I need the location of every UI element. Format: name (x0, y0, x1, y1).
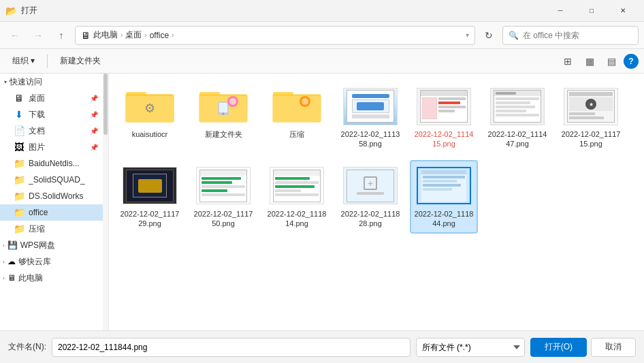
file-name-447: 2022-12-02_111447.png (487, 129, 547, 149)
file-name-415: 2022-12-02_111415.png (414, 129, 474, 149)
svg-point-11 (223, 113, 225, 115)
sidebar-kuaiman-header[interactable]: › ☁ 够快云库 (0, 253, 103, 270)
toolbar-right: ⊞ ▦ ▤ ? (558, 52, 639, 71)
pc-icon: 🖥 (7, 273, 16, 283)
title-bar-text: 打开 (21, 5, 545, 16)
back-button[interactable]: ← (5, 26, 25, 45)
toolbar: 组织 ▾ 新建文件夹 ⊞ ▦ ▤ ? (0, 49, 644, 74)
sidebar-item-baidu-label: BaiduNetdis... (29, 159, 98, 168)
sidebar-scroll: ▾ 快速访问 🖥 桌面 📌 ⬇ 下载 📌 📄 文档 📌 🖼 图片 (0, 74, 103, 330)
new-folder-button[interactable]: 新建文件夹 (53, 52, 108, 71)
wps-icon: 💾 (7, 240, 18, 250)
list-item[interactable]: 2022-12-02_111729.png (116, 160, 184, 234)
list-item[interactable]: + 2022-12-02_111828.png (336, 160, 404, 234)
sidebar-wps-header[interactable]: › 💾 WPS网盘 (0, 237, 103, 253)
chevron-right-icon-2: › (3, 259, 5, 265)
file-area: ⚙ kuaisutiocr (109, 74, 644, 330)
cancel-button[interactable]: 取消 (591, 338, 636, 357)
pin-icon-4: 📌 (90, 144, 98, 151)
sidebar: ▾ 快速访问 🖥 桌面 📌 ⬇ 下载 📌 📄 文档 📌 🖼 图片 (0, 74, 109, 330)
filename-label: 文件名(N): (8, 341, 46, 353)
maximize-button[interactable]: □ (576, 0, 607, 22)
file-name: kuaisutiocr (132, 129, 168, 139)
filename-input[interactable] (52, 338, 410, 357)
office-icon: 📁 (14, 207, 25, 218)
view-pane-button[interactable]: ▤ (602, 52, 621, 71)
sidebar-item-desktop[interactable]: 🖥 桌面 📌 (0, 90, 103, 106)
title-bar-controls: ─ □ ✕ (545, 0, 639, 22)
pc-label: 此电脑 (18, 272, 43, 284)
sidebar-scrollbar (103, 74, 103, 330)
desktop-icon: 🖥 (14, 93, 25, 104)
list-item[interactable]: 压缩 (263, 80, 331, 155)
sidebar-item-solidsquad[interactable]: 📁 _SolidSQUAD_ (0, 172, 103, 188)
pin-icon-2: 📌 (90, 111, 98, 119)
up-button[interactable]: ↑ (52, 26, 71, 45)
view-large-button[interactable]: ⊞ (558, 52, 577, 71)
sidebar-item-solidsquad-label: _SolidSQUAD_ (29, 175, 98, 185)
breadcrumb-office: office (150, 31, 169, 40)
help-button[interactable]: ? (624, 54, 639, 69)
app-icon: 📂 (5, 5, 17, 16)
list-item[interactable]: ★ 2022-12-02_111715.png (557, 80, 625, 155)
sidebar-item-compress[interactable]: 📁 压缩 (0, 221, 103, 237)
file-grid: ⚙ kuaisutiocr (116, 80, 637, 234)
file-name-3: 压缩 (289, 129, 304, 139)
sidebar-quick-access-header[interactable]: ▾ 快速访问 (0, 74, 103, 90)
file-name-729: 2022-12-02_111729.png (120, 209, 180, 229)
png-thumb-750 (196, 165, 251, 206)
file-name-715: 2022-12-02_111715.png (561, 129, 621, 149)
list-item[interactable]: 新建文件夹 (189, 80, 257, 155)
list-item[interactable]: 2022-12-02_111415.png (410, 80, 478, 155)
svg-text:⚙: ⚙ (144, 101, 155, 115)
file-name-2: 新建文件夹 (205, 129, 242, 139)
sidebar-item-downloads[interactable]: ⬇ 下载 📌 (0, 106, 103, 123)
sidebar-item-desktop-label: 桌面 (29, 93, 86, 104)
minimize-button[interactable]: ─ (545, 0, 576, 22)
sidebar-pc-header[interactable]: › 🖥 此电脑 (0, 270, 103, 286)
view-medium-button[interactable]: ▦ (580, 52, 599, 71)
search-box: 🔍 (502, 26, 639, 45)
baidu-icon: 📁 (14, 158, 25, 169)
forward-button[interactable]: → (29, 26, 48, 45)
search-input[interactable] (523, 31, 632, 40)
organize-button[interactable]: 组织 ▾ (5, 52, 42, 71)
open-button[interactable]: 打开(O) (530, 338, 587, 357)
file-name-844: 2022-12-02_111844.png (414, 209, 474, 229)
sidebar-item-pictures[interactable]: 🖼 图片 📌 (0, 139, 103, 155)
compress-icon: 📁 (14, 223, 25, 234)
breadcrumb-pc: 此电脑 (93, 29, 118, 41)
sidebar-item-baidu[interactable]: 📁 BaiduNetdis... (0, 155, 103, 172)
folder-thumb-2 (196, 86, 251, 127)
list-item[interactable]: 2022-12-02_111844.png (410, 160, 478, 234)
png-thumb-828: + (343, 165, 398, 206)
file-name-750: 2022-12-02_111750.png (193, 209, 253, 229)
close-button[interactable]: ✕ (607, 0, 639, 22)
png-thumb-814 (270, 165, 324, 206)
main-area: ▾ 快速访问 🖥 桌面 📌 ⬇ 下载 📌 📄 文档 📌 🖼 图片 (0, 74, 644, 330)
quick-access-label: 快速访问 (10, 76, 42, 88)
filetype-select[interactable]: 所有文件 (*.*) (416, 338, 525, 357)
pictures-icon: 🖼 (14, 142, 25, 153)
sidebar-item-documents-label: 文档 (29, 125, 86, 137)
sidebar-item-documents[interactable]: 📄 文档 📌 (0, 123, 103, 139)
solidsquad-icon: 📁 (14, 174, 25, 185)
refresh-button[interactable]: ↻ (479, 26, 498, 45)
list-item[interactable]: 2022-12-02_111814.png (263, 160, 331, 234)
list-item[interactable]: 2022-12-02_111358.png (336, 80, 404, 155)
list-item[interactable]: ⚙ kuaisutiocr (116, 80, 184, 155)
png-thumb-447 (490, 86, 545, 127)
toolbar-separator (47, 54, 48, 68)
sidebar-item-dssolidworks[interactable]: 📁 DS.SolidWorks (0, 188, 103, 204)
kuaiman-icon: ☁ (7, 257, 16, 266)
list-item[interactable]: 2022-12-02_111750.png (189, 160, 257, 234)
folder-thumb: ⚙ (123, 86, 177, 127)
sidebar-item-office[interactable]: 📁 office (0, 204, 103, 221)
breadcrumb[interactable]: 🖥 此电脑 › 桌面 › office › ▾ (75, 26, 475, 45)
svg-point-13 (229, 98, 236, 105)
folder-thumb-3 (270, 86, 324, 127)
svg-rect-17 (273, 96, 321, 122)
address-bar: ← → ↑ 🖥 此电脑 › 桌面 › office › ▾ ↻ 🔍 (0, 22, 644, 49)
pin-icon: 📌 (90, 95, 98, 102)
list-item[interactable]: 2022-12-02_111447.png (483, 80, 551, 155)
